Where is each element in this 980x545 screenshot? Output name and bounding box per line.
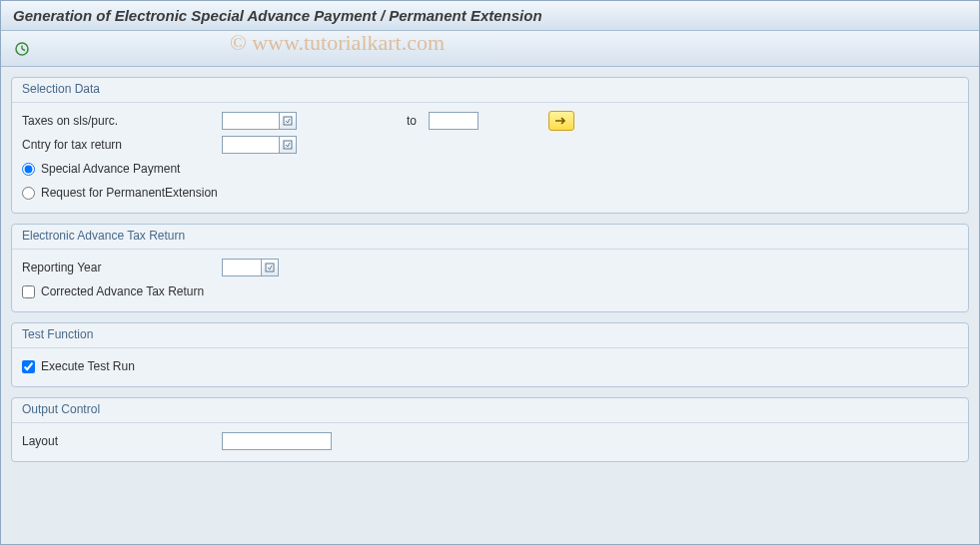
svg-line-2 <box>22 49 25 51</box>
arrow-right-icon <box>554 116 568 126</box>
layout-label: Layout <box>22 434 222 448</box>
row-layout: Layout <box>12 429 968 453</box>
search-help-icon <box>283 116 293 126</box>
group-title: Output Control <box>12 398 968 423</box>
search-help-icon <box>265 263 275 272</box>
country-search-help-button[interactable] <box>279 136 297 154</box>
application-toolbar <box>1 31 979 67</box>
layout-input[interactable] <box>222 432 332 450</box>
svg-rect-5 <box>266 264 274 272</box>
reporting-year-label: Reporting Year <box>22 261 222 274</box>
radio-special-advance[interactable] <box>22 163 35 176</box>
group-selection-data: Selection Data Taxes on sls/purc. to <box>11 77 969 214</box>
taxes-to-input[interactable] <box>429 112 479 130</box>
taxes-input[interactable] <box>222 112 280 130</box>
group-title: Test Function <box>12 323 968 348</box>
svg-rect-4 <box>284 141 292 149</box>
row-radio-request: Request for PermanentExtension <box>12 181 968 205</box>
group-output-control: Output Control Layout <box>11 397 969 462</box>
row-taxes: Taxes on sls/purc. to <box>12 109 968 133</box>
execute-button[interactable] <box>11 38 33 60</box>
page-title: Generation of Electronic Special Advance… <box>13 7 542 24</box>
execute-test-label: Execute Test Run <box>41 359 135 373</box>
radio-request-label: Request for PermanentExtension <box>41 186 218 200</box>
taxes-label: Taxes on sls/purc. <box>22 114 222 128</box>
row-radio-special: Special Advance Payment <box>12 157 968 181</box>
multiple-selection-button[interactable] <box>548 111 574 131</box>
group-title: Electronic Advance Tax Return <box>12 225 968 250</box>
title-bar: Generation of Electronic Special Advance… <box>1 1 979 31</box>
radio-special-label: Special Advance Payment <box>41 162 180 176</box>
corrected-label: Corrected Advance Tax Return <box>41 284 204 298</box>
svg-rect-3 <box>284 117 292 125</box>
row-corrected: Corrected Advance Tax Return <box>12 279 968 303</box>
corrected-checkbox[interactable] <box>22 285 35 298</box>
country-input[interactable] <box>222 136 280 154</box>
to-label: to <box>407 114 417 128</box>
taxes-search-help-button[interactable] <box>279 112 297 130</box>
search-help-icon <box>283 140 293 150</box>
row-reporting-year: Reporting Year <box>12 256 968 279</box>
execute-test-checkbox[interactable] <box>22 360 35 373</box>
group-title: Selection Data <box>12 78 968 103</box>
content-area: Selection Data Taxes on sls/purc. to <box>1 71 979 544</box>
country-label: Cntry for tax return <box>22 138 222 152</box>
group-test-function: Test Function Execute Test Run <box>11 322 969 387</box>
group-electronic-return: Electronic Advance Tax Return Reporting … <box>11 224 969 312</box>
row-execute-test: Execute Test Run <box>12 354 968 378</box>
sap-window: Generation of Electronic Special Advance… <box>0 0 980 545</box>
radio-permanent-extension[interactable] <box>22 187 35 200</box>
row-country: Cntry for tax return <box>12 133 968 157</box>
reporting-year-input[interactable] <box>222 259 262 276</box>
reporting-year-search-help-button[interactable] <box>261 259 279 276</box>
clock-execute-icon <box>14 41 30 57</box>
